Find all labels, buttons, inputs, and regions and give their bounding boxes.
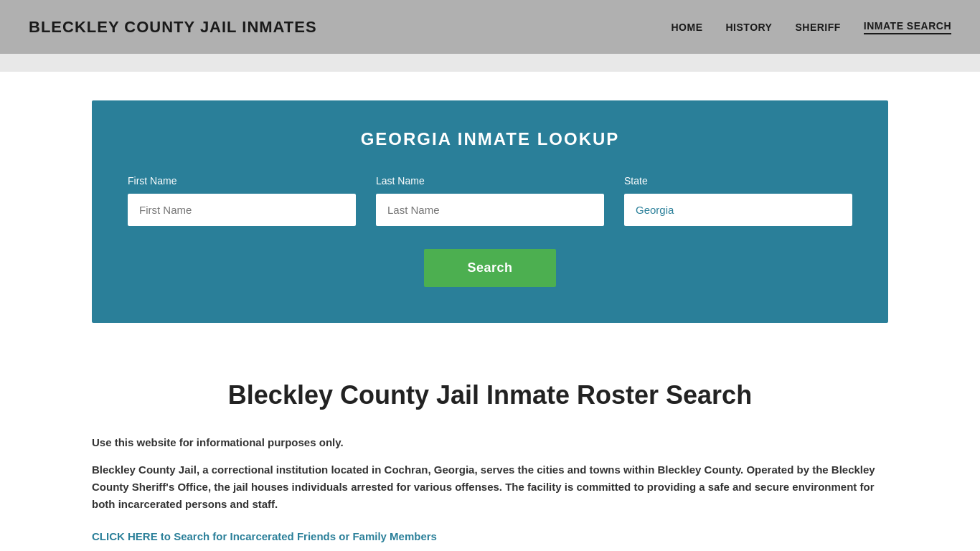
info-text: Bleckley County Jail, a correctional ins…	[92, 461, 888, 513]
search-panel: GEORGIA INMATE LOOKUP First Name Last Na…	[92, 100, 888, 323]
nav-history[interactable]: HISTORY	[726, 22, 773, 33]
nav-inmate-search[interactable]: INMATE SEARCH	[864, 20, 951, 34]
main-nav: HOME HISTORY SHERIFF INMATE SEARCH	[672, 20, 952, 34]
search-button[interactable]: Search	[424, 249, 555, 287]
first-name-label: First Name	[128, 175, 356, 187]
state-input[interactable]	[624, 194, 852, 226]
state-group: State	[624, 175, 852, 226]
search-panel-title: GEORGIA INMATE LOOKUP	[128, 129, 852, 149]
page-heading: Bleckley County Jail Inmate Roster Searc…	[92, 380, 888, 410]
header: BLECKLEY COUNTY JAIL INMATES HOME HISTOR…	[0, 0, 980, 54]
form-row: First Name Last Name State	[128, 175, 852, 226]
last-name-label: Last Name	[376, 175, 604, 187]
last-name-input[interactable]	[376, 194, 604, 226]
nav-sheriff[interactable]: SHERIFF	[795, 22, 840, 33]
click-here-link[interactable]: CLICK HERE to Search for Incarcerated Fr…	[92, 530, 437, 542]
site-title: BLECKLEY COUNTY JAIL INMATES	[29, 18, 317, 37]
info-bold: Use this website for informational purpo…	[92, 436, 888, 448]
last-name-group: Last Name	[376, 175, 604, 226]
first-name-input[interactable]	[128, 194, 356, 226]
search-btn-row: Search	[128, 249, 852, 287]
sub-header	[0, 54, 980, 72]
state-label: State	[624, 175, 852, 187]
main-content: Bleckley County Jail Inmate Roster Searc…	[0, 352, 980, 551]
nav-home[interactable]: HOME	[672, 22, 703, 33]
first-name-group: First Name	[128, 175, 356, 226]
